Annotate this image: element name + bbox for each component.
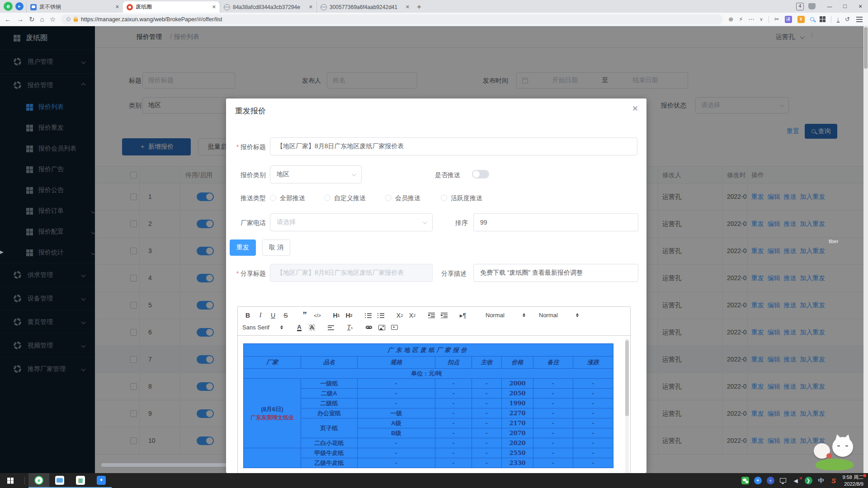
browser-account-icon[interactable]: ▸ [15, 2, 24, 10]
apps-grid-icon[interactable] [820, 16, 826, 22]
home-icon[interactable]: ⌂ [40, 16, 44, 23]
tab-fei-buxiugang[interactable]: 废不锈钢 ✕ [26, 1, 123, 13]
url-bar[interactable]: https://manager.zaixun.wang/web/BrokePap… [61, 14, 723, 24]
panel-expand-arrow-icon[interactable]: ▶ [0, 249, 4, 254]
sort-input[interactable]: 99 [473, 213, 638, 231]
tab1-close-icon[interactable]: ✕ [115, 4, 119, 10]
mascot-pet-widget[interactable] [813, 435, 856, 470]
favorites-icon[interactable]: ☆ [50, 16, 56, 23]
quote-table-image-selected[interactable]: 广东地区废纸厂家报价 厂家 品名 规格 扣点 主收 价格 备注 涨跌 [243, 343, 613, 468]
italic-icon[interactable]: I [255, 310, 266, 321]
header2-icon[interactable]: H2 [344, 310, 354, 321]
tab2-close-icon[interactable]: ✕ [212, 4, 216, 10]
header1-icon[interactable]: H1 [331, 310, 342, 321]
image-icon[interactable] [376, 322, 387, 333]
taskbar-app-spreadsheet[interactable]: ▦ [70, 473, 91, 488]
dingtalk-tray-icon[interactable]: ✦ [754, 477, 762, 484]
search-extension-icon[interactable] [810, 16, 814, 22]
radio-push-all[interactable]: 全部推送 [270, 194, 305, 202]
shield-extension-icon[interactable]: ¥ [797, 16, 805, 23]
size-select[interactable]: Normal [483, 310, 528, 321]
bold-icon[interactable]: B [242, 310, 253, 321]
taskbar-app-files[interactable] [49, 473, 70, 488]
new-tab-button[interactable]: ＋ [413, 1, 425, 13]
download-icon[interactable]: ↓ [837, 16, 840, 23]
editor-content[interactable]: 广东地区废纸厂家报价 厂家 品名 规格 扣点 主收 价格 备注 涨跌 [238, 336, 630, 473]
accelerator-tray-icon[interactable]: ❯ [805, 477, 812, 484]
browser-menu-icon[interactable] [856, 19, 863, 20]
site-info-icon[interactable] [66, 17, 71, 21]
superscript-icon[interactable]: X2 [407, 310, 418, 321]
more-options-icon[interactable]: ⋯ [748, 16, 754, 22]
minimize-button[interactable]: — [822, 0, 837, 13]
text-color-icon[interactable]: A [294, 322, 305, 333]
code-block-icon[interactable]: </> [312, 310, 323, 321]
header-select[interactable]: Normal [536, 310, 581, 321]
taskbar-app-dingtalk[interactable]: ✦ [91, 473, 112, 488]
reload-icon[interactable]: ↻ [29, 16, 35, 23]
maximize-button[interactable]: □ [837, 0, 853, 13]
tab-hash-2[interactable]: 300577369a6f4aab9242d41 ✕ [316, 1, 413, 13]
qtable-cell: - [533, 379, 573, 389]
extension-icon[interactable] [808, 3, 816, 9]
font-select[interactable]: Sans Serif [242, 322, 286, 333]
translate-extension-icon[interactable]: 译 [785, 16, 792, 23]
underline-icon[interactable]: U [268, 310, 278, 321]
url-text[interactable]: https://manager.zaixun.wang/web/BrokePap… [81, 16, 222, 23]
text-direction-icon[interactable]: ▸¶ [458, 310, 468, 321]
editor-scrollbar[interactable] [625, 338, 629, 473]
radio-push-member[interactable]: 会员推送 [385, 194, 420, 202]
tab-hash-1[interactable]: 84a38afcd8344a3cb37294e ✕ [220, 1, 316, 13]
forward-icon[interactable]: → [17, 16, 24, 23]
quote-title-input[interactable]: 【地区厂家】8月8日广东地区废纸厂家报价表 [270, 137, 637, 155]
blockquote-icon[interactable]: ” [299, 310, 310, 321]
radio-push-active[interactable]: 活跃度推送 [441, 194, 482, 202]
bullet-list-icon[interactable] [375, 310, 386, 321]
flash-icon[interactable]: ⚡ [739, 16, 743, 22]
subscript-icon[interactable]: X2 [394, 310, 405, 321]
link-icon[interactable] [363, 322, 374, 333]
sogou-tray-icon[interactable]: S [830, 477, 838, 484]
taskbar-app-browser[interactable]: e [28, 473, 49, 488]
toolbar-chevron-icon[interactable]: ∨ [760, 17, 763, 22]
phone-select[interactable]: 请选择 [270, 213, 433, 231]
extension-counter-badge[interactable]: 4 [796, 3, 804, 10]
outdent-icon[interactable] [426, 310, 437, 321]
undo-icon[interactable]: ↺ [845, 16, 850, 22]
cancel-button[interactable]: 取 消 [262, 239, 290, 256]
zoom-page-icon[interactable]: ⊕ [728, 16, 733, 22]
start-button[interactable] [0, 473, 21, 488]
qtable-cell: - [573, 438, 613, 448]
strikethrough-icon[interactable]: S [280, 310, 291, 321]
qtable-cell: - [533, 438, 573, 448]
tab4-close-icon[interactable]: ✕ [406, 4, 410, 10]
clean-format-icon[interactable]: Tx [344, 322, 355, 333]
pc-manager-tray-icon[interactable]: ＋ [767, 477, 774, 484]
ordered-list-icon[interactable] [363, 310, 373, 321]
share-desc-input[interactable]: 免费下载 “废纸圈” 查看最新报价调整 [473, 264, 638, 282]
tab-feizhiquan-active[interactable]: 废纸圈 ✕ [123, 1, 220, 13]
close-window-button[interactable]: ✕ [853, 0, 868, 13]
input-method-icon[interactable]: 中 [817, 477, 825, 484]
background-color-icon[interactable]: A [307, 322, 317, 333]
taskbar-clock[interactable]: 9:58 周二 2022/8/9 [843, 474, 863, 488]
resend-button[interactable]: 重发 [230, 239, 256, 256]
modal-close-icon[interactable]: ✕ [632, 104, 638, 113]
network-tray-icon[interactable] [779, 477, 787, 484]
align-icon[interactable] [326, 322, 336, 333]
back-icon[interactable]: ← [5, 16, 11, 23]
page-scrollbar-thumb[interactable] [864, 27, 868, 69]
indent-icon[interactable] [439, 310, 449, 321]
screenshot-scissors-icon[interactable]: ✂ [774, 16, 779, 22]
radio-push-custom[interactable]: 自定义推送 [324, 194, 366, 202]
category-value: 地区 [277, 170, 289, 178]
editor-scrollbar-thumb[interactable] [625, 340, 629, 416]
tab3-close-icon[interactable]: ✕ [309, 4, 313, 10]
volume-muted-tray-icon[interactable]: ◀✕ [792, 477, 800, 484]
push-toggle[interactable] [472, 170, 489, 178]
browser-logo-icon[interactable]: e [4, 2, 13, 11]
page-scrollbar[interactable] [863, 26, 868, 473]
category-select[interactable]: 地区 [270, 165, 362, 183]
video-icon[interactable] [389, 322, 400, 333]
wechat-tray-icon[interactable] [741, 477, 749, 484]
